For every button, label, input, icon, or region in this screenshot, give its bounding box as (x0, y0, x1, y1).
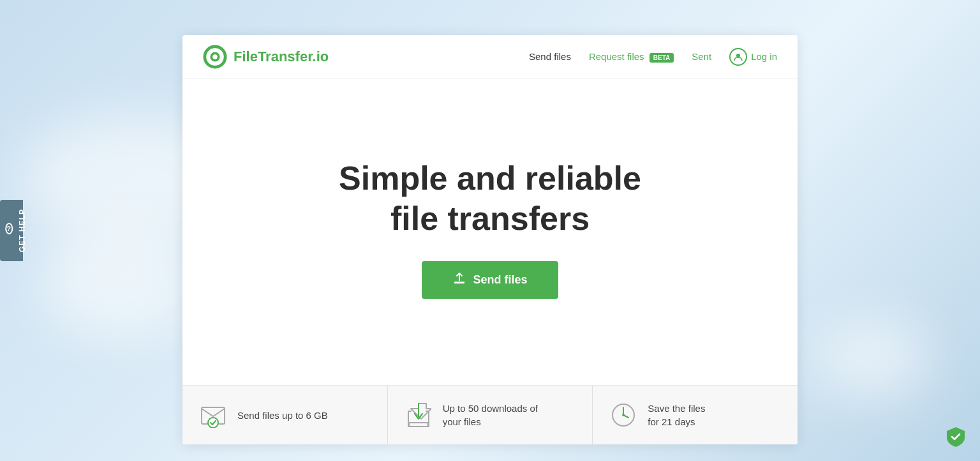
login-label: Log in (751, 51, 777, 62)
feature-item-downloads: Up to 50 downloads ofyour files (388, 386, 593, 444)
hero-title: Simple and reliable file transfers (339, 158, 641, 238)
login-icon (729, 48, 747, 66)
send-files-button-label: Send files (473, 273, 527, 287)
download-icon (403, 400, 434, 430)
help-circle-icon: ? (5, 223, 13, 234)
beta-badge: BETA (650, 53, 674, 63)
send-files-button[interactable]: Send files (422, 261, 558, 299)
logo[interactable]: FileTransfer.io (203, 45, 329, 69)
feature-text-send: Send files up to 6 GB (237, 409, 328, 422)
svg-point-6 (208, 418, 218, 428)
navbar: FileTransfer.io Send files Request files… (182, 35, 798, 79)
bg-decoration-2 (38, 223, 198, 338)
feature-text-downloads: Up to 50 downloads ofyour files (443, 402, 538, 428)
upload-icon (452, 271, 466, 289)
svg-point-3 (736, 54, 740, 57)
feature-item-save: Save the filesfor 21 days (593, 386, 798, 444)
clock-icon (608, 400, 639, 430)
svg-point-2 (212, 54, 218, 59)
features-bar: Send files up to 6 GB Up to 50 downloads… (182, 385, 798, 444)
feature-text-save: Save the filesfor 21 days (648, 402, 705, 428)
bg-decoration-3 (814, 319, 929, 396)
get-help-label: GET HELP (18, 209, 27, 252)
brand-name: FileTransfer.io (234, 49, 329, 65)
nav-request-files[interactable]: Request files BETA (589, 51, 674, 62)
logo-icon (203, 45, 227, 69)
shield-badge[interactable] (944, 425, 967, 448)
nav-sent[interactable]: Sent (692, 51, 711, 62)
hero-section: Simple and reliable file transfers Send … (182, 79, 798, 385)
nav-login[interactable]: Log in (729, 48, 777, 66)
envelope-icon (198, 400, 228, 430)
svg-point-12 (622, 414, 625, 416)
nav-links: Send files Request files BETA Sent Log i… (529, 48, 777, 66)
get-help-tab[interactable]: ? GET HELP (0, 200, 23, 261)
feature-item-send: Send files up to 6 GB (182, 386, 388, 444)
nav-send-files[interactable]: Send files (529, 51, 571, 62)
svg-rect-4 (454, 282, 464, 283)
main-card: FileTransfer.io Send files Request files… (182, 35, 798, 444)
